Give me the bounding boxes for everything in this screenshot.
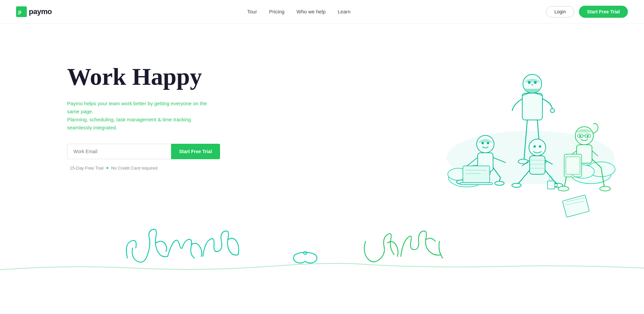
svg-rect-46 bbox=[566, 157, 580, 174]
svg-point-21 bbox=[495, 181, 504, 185]
hero-trial-button[interactable]: Start Free Trial bbox=[171, 144, 220, 159]
svg-rect-23 bbox=[460, 183, 492, 185]
login-button[interactable]: Login bbox=[546, 6, 574, 17]
navbar: p paymo Tour Pricing Who we help Learn L… bbox=[0, 0, 644, 23]
svg-rect-29 bbox=[530, 156, 545, 174]
nav-tour[interactable]: Tour bbox=[247, 9, 257, 14]
trial-note: 15-Day Free Trial • No Credit Card requi… bbox=[67, 165, 220, 171]
team-illustration-svg bbox=[433, 44, 628, 218]
nav-trial-button[interactable]: Start Free Trial bbox=[579, 6, 628, 18]
svg-point-27 bbox=[534, 146, 536, 147]
hero-illustration bbox=[433, 44, 628, 218]
svg-point-13 bbox=[550, 109, 554, 113]
hero-content: Work Happy Paymo helps your team work be… bbox=[67, 50, 220, 171]
svg-rect-0 bbox=[16, 6, 27, 17]
svg-point-14 bbox=[518, 159, 528, 164]
paymo-logo-icon: p bbox=[16, 6, 27, 17]
nav-links: Tour Pricing Who we help Learn bbox=[247, 9, 351, 14]
svg-point-40 bbox=[580, 135, 581, 137]
svg-rect-35 bbox=[547, 181, 555, 189]
svg-rect-22 bbox=[463, 166, 490, 183]
hero-section: Work Happy Paymo helps your team work be… bbox=[0, 23, 644, 225]
svg-point-47 bbox=[572, 175, 574, 178]
nav-pricing[interactable]: Pricing bbox=[269, 9, 284, 14]
svg-point-26 bbox=[529, 139, 546, 156]
nav-learn[interactable]: Learn bbox=[338, 9, 351, 14]
svg-point-18 bbox=[487, 142, 489, 144]
svg-point-43 bbox=[558, 186, 569, 191]
svg-rect-48 bbox=[562, 195, 590, 217]
logo-link[interactable]: p paymo bbox=[16, 6, 52, 17]
svg-point-11 bbox=[534, 81, 536, 83]
logo-text: paymo bbox=[29, 7, 52, 16]
svg-text:p: p bbox=[18, 9, 21, 15]
svg-point-33 bbox=[512, 183, 521, 187]
svg-point-10 bbox=[528, 81, 530, 83]
bottom-decoration bbox=[0, 218, 644, 275]
notebook bbox=[562, 195, 590, 217]
email-input[interactable] bbox=[67, 144, 171, 159]
hero-title: Work Happy bbox=[67, 64, 220, 90]
nav-actions: Login Start Free Trial bbox=[546, 6, 628, 18]
bottom-script-svg bbox=[0, 218, 644, 275]
hero-subtitle: Paymo helps your team work better by get… bbox=[67, 100, 215, 132]
svg-rect-12 bbox=[522, 93, 542, 120]
signup-form: Start Free Trial bbox=[67, 144, 220, 159]
handshake-icon-bottom bbox=[293, 251, 317, 263]
dot-separator: • bbox=[106, 165, 108, 171]
svg-point-28 bbox=[539, 146, 541, 147]
nav-who-we-help[interactable]: Who we help bbox=[297, 9, 326, 14]
svg-point-41 bbox=[587, 135, 588, 137]
svg-point-17 bbox=[482, 142, 484, 144]
svg-point-44 bbox=[600, 186, 610, 191]
svg-point-16 bbox=[477, 135, 494, 153]
